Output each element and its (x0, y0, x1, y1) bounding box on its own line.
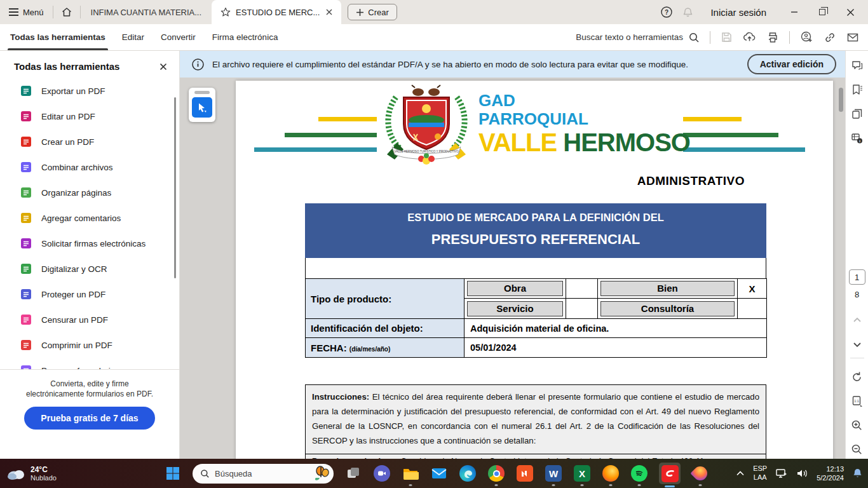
sidebar-item-solicitar-firmas[interactable]: Solicitar firmas electrónicas (0, 231, 179, 256)
sidebar-item-comprimir-pdf[interactable]: Comprimir un PDF (0, 332, 179, 358)
pdf-standards-button[interactable]: i (848, 128, 866, 147)
print-icon (766, 31, 779, 44)
file-explorer-button[interactable] (402, 464, 419, 482)
acrobat-icon (661, 465, 679, 482)
page-fit-button[interactable]: 1:1 (848, 391, 866, 410)
save-button[interactable] (721, 31, 733, 43)
tray-chevron-up-icon[interactable] (736, 470, 745, 477)
restore-button[interactable] (808, 0, 836, 24)
request-signature-button[interactable] (800, 30, 813, 44)
print-button[interactable] (766, 31, 779, 44)
divider (850, 358, 864, 358)
sidebar-item-label: Censurar un PDF (41, 315, 108, 325)
close-panel-icon[interactable] (159, 62, 168, 71)
close-tab-icon[interactable] (325, 8, 334, 17)
sidebar-item-exportar-pdf[interactable]: Exportar un PDF (0, 78, 179, 104)
panel-scrollbar[interactable] (174, 97, 176, 278)
color-drop-app-button[interactable] (691, 464, 709, 482)
upload-cloud-button[interactable] (743, 30, 756, 44)
previous-page-button[interactable] (848, 311, 866, 330)
firefox-button[interactable] (602, 464, 620, 482)
task-view-button[interactable] (344, 464, 362, 482)
consultoria-checkbox-cell[interactable] (738, 299, 767, 319)
obra-checkbox-cell[interactable] (566, 279, 598, 299)
sidebar-item-proteger-pdf[interactable]: Proteger un PDF (0, 281, 179, 307)
tray-time: 12:13 (817, 464, 844, 473)
scan-ocr-icon (20, 263, 32, 274)
drag-handle[interactable] (194, 91, 210, 94)
document-viewport[interactable]: VALLE HERMOSO TURÍSTICO Y PRODUCTIVO GAD… (180, 78, 845, 459)
network-icon[interactable] (775, 468, 788, 479)
taskbar-search[interactable]: Búsqueda (193, 464, 334, 484)
start-button[interactable] (164, 464, 182, 482)
document-scrollbar[interactable] (839, 88, 843, 112)
sidebar-item-label: Comprimir un PDF (41, 341, 112, 350)
enable-editing-button[interactable]: Activar edición (747, 54, 836, 74)
page-thumbnails-button[interactable] (848, 104, 866, 123)
notification-bell-icon[interactable] (852, 468, 863, 479)
minimize-button[interactable] (780, 0, 808, 24)
tab-convertir[interactable]: Convertir (161, 24, 196, 50)
chat-app-button[interactable] (373, 464, 391, 482)
tab-infima-cuantia[interactable]: INFIMA CUANTIA MATERIA... (81, 8, 212, 17)
sidebar-item-label: Digitalizar y OCR (41, 264, 107, 274)
svg-text:1:1: 1:1 (854, 399, 859, 403)
create-tab-button[interactable]: Crear (348, 4, 397, 20)
chrome-browser-button[interactable] (487, 464, 505, 482)
volume-icon[interactable] (796, 468, 808, 478)
logo-parroquial: PARROQUIAL (478, 111, 690, 127)
bien-checkbox-cell[interactable]: X (738, 279, 767, 299)
sidebar-item-combinar-archivos[interactable]: Combinar archivos (0, 154, 179, 180)
select-tool-button[interactable] (192, 97, 212, 118)
chevron-up-icon (852, 315, 862, 325)
sidebar-item-editar-pdf[interactable]: Editar un PDF (0, 104, 179, 129)
zoom-out-button[interactable] (848, 440, 866, 459)
weather-desc: Nublado (31, 474, 57, 482)
menu-button[interactable]: Menú (0, 0, 53, 24)
search-tools[interactable]: Buscar texto o herramientas (576, 32, 700, 43)
mail-app-button[interactable] (430, 464, 448, 482)
sidebar-item-label: Exportar un PDF (41, 86, 105, 96)
notifications-button[interactable] (679, 4, 696, 21)
sign-in-button[interactable]: Iniciar sesión (700, 7, 776, 18)
star-icon[interactable] (220, 7, 231, 17)
home-button[interactable] (53, 0, 80, 24)
lang-line2: LAA (753, 473, 767, 482)
sidebar-item-crear-pdf[interactable]: Crear un PDF (0, 129, 179, 154)
tab-firma-electronica[interactable]: Firma electrónica (212, 24, 278, 50)
word-button[interactable]: W (545, 464, 562, 482)
share-mail-button[interactable] (846, 31, 859, 44)
free-trial-button[interactable]: Prueba gratis de 7 días (24, 407, 154, 430)
create-label: Crear (368, 8, 389, 17)
sidebar-item-censurar-pdf[interactable]: Censurar un PDF (0, 307, 179, 332)
next-page-button[interactable] (848, 335, 866, 354)
servicio-checkbox-cell[interactable] (566, 299, 598, 319)
rotate-page-button[interactable] (848, 367, 866, 386)
nitro-pdf-button[interactable] (516, 464, 534, 482)
sidebar-item-preparar-formulario[interactable]: Preparar formulario (0, 358, 179, 369)
nitro-icon (517, 465, 533, 482)
sidebar-item-agregar-comentarios[interactable]: Agregar comentarios (0, 205, 179, 231)
language-indicator[interactable]: ESP LAA (753, 464, 767, 482)
spotify-button[interactable] (630, 464, 648, 482)
tab-estudio-de-mercado[interactable]: ESTUDIO DE MERC... (212, 0, 341, 24)
clock-widget[interactable]: 12:13 5/2/2024 (817, 464, 844, 483)
acrobat-button[interactable] (659, 463, 681, 484)
tab-editar[interactable]: Editar (122, 24, 144, 50)
edge-browser-button[interactable] (459, 464, 477, 482)
current-page-input[interactable]: 1 (849, 269, 865, 285)
comments-panel-button[interactable] (848, 56, 866, 75)
zoom-in-button[interactable] (848, 416, 866, 435)
help-button[interactable]: ? (658, 3, 675, 21)
close-window-button[interactable] (836, 0, 864, 24)
excel-button[interactable]: X (573, 464, 591, 482)
tab-todas-las-herramientas[interactable]: Todas las herramientas (10, 24, 105, 50)
sidebar-item-digitalizar-ocr[interactable]: Digitalizar y OCR (0, 256, 179, 281)
logo-line-teal-left (254, 147, 377, 152)
info-icon (191, 58, 205, 71)
bookmarks-panel-button[interactable] (848, 80, 866, 99)
share-link-button[interactable] (824, 31, 836, 44)
weather-widget[interactable]: 24°C Nublado (6, 459, 57, 488)
sidebar-item-organizar-paginas[interactable]: Organizar páginas (0, 180, 179, 205)
protect-pdf-icon (20, 288, 32, 300)
